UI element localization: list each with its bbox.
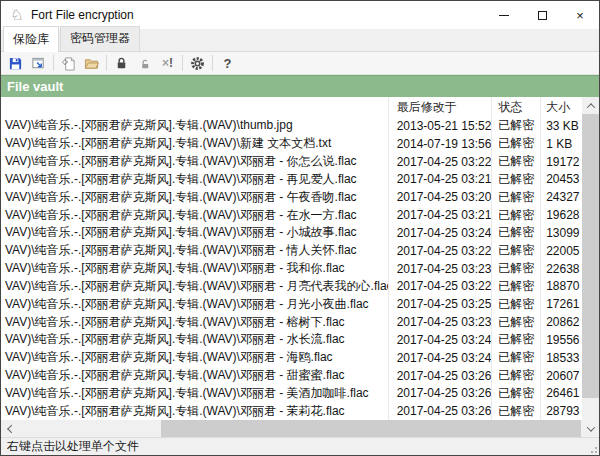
minimize-button[interactable] [485, 1, 523, 29]
cell-status: 已解密 [491, 277, 540, 295]
cell-size: 20862 KB [540, 313, 582, 331]
table-row[interactable]: VAV)\纯音乐.-.[邓丽君萨克斯风].专辑.(WAV)\邓丽君 - 甜蜜蜜.… [1, 367, 582, 385]
cell-status: 已解密 [491, 331, 540, 349]
tab-bar: 保险库 密码管理器 [1, 29, 599, 52]
h-scroll-track[interactable] [18, 420, 582, 437]
close-button[interactable]: × [561, 1, 599, 29]
toolbar-open-folder-button[interactable] [80, 53, 103, 74]
cell-status: 已解密 [491, 188, 540, 206]
table-row[interactable]: VAV)\纯音乐.-.[邓丽君萨克斯风].专辑.(WAV)\邓丽君 - 在水一方… [1, 206, 582, 224]
table-row[interactable]: VAV)\纯音乐.-.[邓丽君萨克斯风].专辑.(WAV)\邓丽君 - 美酒加咖… [1, 384, 582, 402]
app-icon: ♘ [9, 7, 25, 23]
maximize-icon [538, 11, 547, 20]
x-exclaim-icon: ×! [162, 56, 173, 70]
table-row[interactable]: VAV)\纯音乐.-.[邓丽君萨克斯风].专辑.(WAV)\邓丽君 - 再见爱人… [1, 170, 582, 188]
column-header-status[interactable]: 状态 [491, 97, 540, 117]
v-scrollbar[interactable] [582, 97, 599, 437]
lock-icon [114, 56, 129, 71]
cell-status: 已解密 [491, 242, 540, 260]
cell-path: VAV)\纯音乐.-.[邓丽君萨克斯风].专辑.(WAV)\邓丽君 - 月光小夜… [1, 295, 388, 313]
cell-size: 22638 KB [540, 260, 582, 278]
h-scroll-thumb[interactable] [161, 420, 581, 437]
cell-modified: 2017-04-25 03:26 [388, 402, 492, 420]
gear-icon [190, 56, 205, 71]
cell-path: VAV)\纯音乐.-.[邓丽君萨克斯风].专辑.(WAV)\邓丽君 - 情人关怀… [1, 242, 388, 260]
cell-path: VAV)\纯音乐.-.[邓丽君萨克斯风].专辑.(WAV)\thumb.jpg [1, 117, 388, 135]
cell-size: 20607 KB [540, 367, 582, 385]
cell-path: VAV)\纯音乐.-.[邓丽君萨克斯风].专辑.(WAV)\邓丽君 - 你怎么说… [1, 153, 388, 171]
table-row[interactable]: VAV)\纯音乐.-.[邓丽君萨克斯风].专辑.(WAV)\邓丽君 - 茉莉花.… [1, 402, 582, 420]
toolbar-close-file-button[interactable]: ×! [156, 53, 179, 74]
maximize-button[interactable] [523, 1, 561, 29]
table-row[interactable]: VAV)\纯音乐.-.[邓丽君萨克斯风].专辑.(WAV)\邓丽君 - 午夜香吻… [1, 188, 582, 206]
table-row[interactable]: VAV)\纯音乐.-.[邓丽君萨克斯风].专辑.(WAV)\邓丽君 - 海鸥.f… [1, 349, 582, 367]
resize-grip[interactable] [587, 443, 597, 453]
scroll-down-button[interactable] [582, 420, 599, 437]
cell-size: 33 KB [540, 117, 582, 135]
cell-path: VAV)\纯音乐.-.[邓丽君萨克斯风].专辑.(WAV)\邓丽君 - 午夜香吻… [1, 188, 388, 206]
toolbar-settings-button[interactable] [186, 53, 209, 74]
v-scroll-thumb[interactable] [582, 114, 599, 398]
toolbar-new-file-button[interactable] [57, 53, 80, 74]
cell-path: VAV)\纯音乐.-.[邓丽君萨克斯风].专辑.(WAV)\邓丽君 - 水长流.… [1, 331, 388, 349]
h-scrollbar[interactable] [1, 420, 582, 437]
cell-path: VAV)\纯音乐.-.[邓丽君萨克斯风].专辑.(WAV)\邓丽君 - 小城故事… [1, 224, 388, 242]
cell-size: 26461 KB [540, 384, 582, 402]
cell-modified: 2017-04-25 03:25 [388, 295, 492, 313]
cell-modified: 2013-05-21 15:52 [388, 117, 492, 135]
window-title: Fort File encryption [31, 8, 134, 22]
toolbar-separator [182, 55, 183, 71]
cell-path: VAV)\纯音乐.-.[邓丽君萨克斯风].专辑.(WAV)\邓丽君 - 再见爱人… [1, 170, 388, 188]
cell-modified: 2017-04-25 03:22 [388, 153, 492, 171]
unlock-icon [137, 56, 152, 71]
table-row[interactable]: VAV)\纯音乐.-.[邓丽君萨克斯风].专辑.(WAV)\邓丽君 - 水长流.… [1, 331, 582, 349]
scroll-left-button[interactable] [1, 420, 18, 437]
table-row[interactable]: VAV)\纯音乐.-.[邓丽君萨克斯风].专辑.(WAV)\邓丽君 - 榕树下.… [1, 313, 582, 331]
cell-status: 已解密 [491, 170, 540, 188]
column-header-name[interactable] [1, 97, 388, 117]
table-row[interactable]: VAV)\纯音乐.-.[邓丽君萨克斯风].专辑.(WAV)\邓丽君 - 情人关怀… [1, 242, 582, 260]
cell-status: 已解密 [491, 402, 540, 420]
table-row[interactable]: VAV)\纯音乐.-.[邓丽君萨克斯风].专辑.(WAV)\邓丽君 - 月亮代表… [1, 277, 582, 295]
cell-size: 28793 KB [540, 402, 582, 420]
toolbar-unlock-button[interactable] [133, 53, 156, 74]
close-icon: × [576, 9, 584, 22]
cell-modified: 2017-04-25 03:26 [388, 384, 492, 402]
cell-size: 22005 KB [540, 242, 582, 260]
chevron-left-icon [7, 424, 15, 432]
table-row[interactable]: VAV)\纯音乐.-.[邓丽君萨克斯风].专辑.(WAV)\thumb.jpg2… [1, 117, 582, 135]
cell-modified: 2017-04-25 03:24 [388, 224, 492, 242]
cell-status: 已解密 [491, 153, 540, 171]
cell-size: 24327 KB [540, 188, 582, 206]
v-scroll-track[interactable] [582, 114, 599, 420]
toolbar-separator [212, 55, 213, 71]
toolbar-lock-button[interactable] [110, 53, 133, 74]
window-arrow-icon [31, 56, 46, 71]
table-row[interactable]: VAV)\纯音乐.-.[邓丽君萨克斯风].专辑.(WAV)\邓丽君 - 小城故事… [1, 224, 582, 242]
cell-status: 已解密 [491, 260, 540, 278]
table-row[interactable]: VAV)\纯音乐.-.[邓丽君萨克斯风].专辑.(WAV)\邓丽君 - 你怎么说… [1, 153, 582, 171]
cell-status: 已解密 [491, 295, 540, 313]
toolbar-help-button[interactable]: ? [216, 53, 239, 74]
table-row[interactable]: VAV)\纯音乐.-.[邓丽君萨克斯风].专辑.(WAV)\邓丽君 - 月光小夜… [1, 295, 582, 313]
cell-path: VAV)\纯音乐.-.[邓丽君萨克斯风].专辑.(WAV)\邓丽君 - 茉莉花.… [1, 402, 388, 420]
cell-path: VAV)\纯音乐.-.[邓丽君萨克斯风].专辑.(WAV)\邓丽君 - 榕树下.… [1, 313, 388, 331]
scroll-up-button[interactable] [582, 97, 599, 114]
page-title: File vault [7, 79, 63, 94]
cell-status: 已解密 [491, 135, 540, 153]
table-row[interactable]: VAV)\纯音乐.-.[邓丽君萨克斯风].专辑.(WAV)\新建 文本文档.tx… [1, 135, 582, 153]
table-row[interactable]: VAV)\纯音乐.-.[邓丽君萨克斯风].专辑.(WAV)\邓丽君 - 我和你.… [1, 260, 582, 278]
column-header-modified[interactable]: 最后修改于 [388, 97, 492, 117]
cell-modified: 2017-04-25 03:24 [388, 349, 492, 367]
cell-path: VAV)\纯音乐.-.[邓丽君萨克斯风].专辑.(WAV)\邓丽君 - 我和你.… [1, 260, 388, 278]
tab-vault[interactable]: 保险库 [3, 26, 59, 52]
app-window: ♘ Fort File encryption × 保险库 密码管理器 [0, 0, 600, 456]
folder-icon [84, 56, 99, 71]
cell-size: 17261 KB [540, 295, 582, 313]
cell-modified: 2017-04-25 03:21 [388, 206, 492, 224]
cell-status: 已解密 [491, 313, 540, 331]
tab-password-manager[interactable]: 密码管理器 [60, 26, 140, 51]
toolbar-save-button[interactable] [4, 53, 27, 74]
column-header-size[interactable]: 大小 [540, 97, 582, 117]
toolbar-open-vault-button[interactable] [27, 53, 50, 74]
